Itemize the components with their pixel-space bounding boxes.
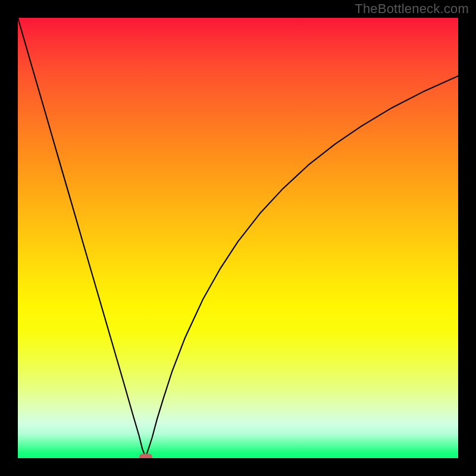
- watermark-text: TheBottleneck.com: [355, 1, 469, 17]
- curve-line: [18, 18, 458, 458]
- chart-frame: TheBottleneck.com: [0, 0, 476, 476]
- minimum-marker: [139, 453, 152, 458]
- plot-area: [18, 18, 458, 458]
